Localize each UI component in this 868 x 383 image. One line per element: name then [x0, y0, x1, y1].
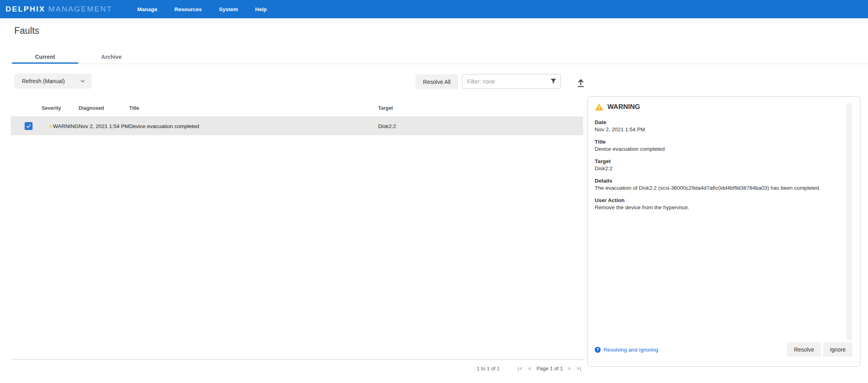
- filter-input[interactable]: [462, 74, 561, 89]
- check-icon: [26, 123, 31, 129]
- logo-secondary: MANAGEMENT: [48, 5, 112, 13]
- pagination-bar: 1 to 1 of 1 |< < Page 1 of 1 > >|: [477, 366, 584, 371]
- panel-field-title: Title Device evacuation completed: [595, 138, 853, 153]
- top-navbar: DELPHIX MANAGEMENT Manage Resources Syst…: [0, 0, 868, 18]
- nav-item-resources[interactable]: Resources: [171, 4, 205, 15]
- panel-field-details: Details The evacuation of Disk2:2 (scsi-…: [595, 177, 853, 192]
- refresh-dropdown[interactable]: Refresh (Manual): [14, 74, 91, 89]
- nav-item-system[interactable]: System: [216, 4, 241, 15]
- resolving-and-ignoring-link[interactable]: ? Resolving and Ignoring: [595, 347, 658, 353]
- row-target-value: Disk2:2: [378, 123, 583, 129]
- field-value: Disk2:2: [595, 165, 853, 172]
- table-bottom-divider: [11, 359, 584, 360]
- fault-detail-panel: WARNING Date Nov 2, 2021 1:54 PM Title D…: [587, 96, 860, 367]
- help-icon: ?: [595, 347, 601, 353]
- tab-bar: Current Archive: [12, 50, 145, 64]
- page-title: Faults: [14, 25, 39, 36]
- row-checkbox[interactable]: [25, 122, 33, 130]
- pagination-page-label: Page 1 of 1: [536, 366, 563, 371]
- delphix-logo[interactable]: DELPHIX MANAGEMENT: [6, 5, 112, 14]
- export-arrow-icon: [576, 78, 586, 88]
- field-label: Details: [595, 177, 853, 185]
- row-diagnosed-value: Nov 2, 2021 1:54 PM: [79, 123, 129, 129]
- nav-item-help[interactable]: Help: [252, 4, 270, 15]
- chevron-down-icon: [79, 78, 86, 84]
- header-cell-severity: Severity: [42, 105, 79, 111]
- ignore-button[interactable]: Ignore: [823, 342, 853, 357]
- refresh-dropdown-label: Refresh (Manual): [22, 78, 65, 84]
- field-value: The evacuation of Disk2:2 (scsi-36000c29…: [595, 185, 853, 192]
- tab-current[interactable]: Current: [12, 50, 78, 64]
- filter-field-wrap: [462, 74, 561, 89]
- warning-icon: [595, 103, 603, 111]
- header-cell-target: Target: [378, 105, 583, 111]
- help-link-label: Resolving and Ignoring: [603, 347, 658, 353]
- next-page-icon[interactable]: >: [565, 366, 574, 371]
- logo-primary: DELPHIX: [6, 5, 45, 13]
- field-label: User Action: [595, 197, 853, 204]
- panel-scrollbar[interactable]: [847, 103, 852, 340]
- row-severity-value: WARNING: [53, 123, 79, 129]
- pagination-range: 1 to 1 of 1: [477, 366, 500, 371]
- field-value: Device evacuation completed: [595, 146, 853, 153]
- resolve-all-button[interactable]: Resolve All: [416, 74, 458, 89]
- panel-field-date: Date Nov 2, 2021 1:54 PM: [595, 119, 853, 133]
- row-checkbox-cell: [11, 122, 42, 130]
- resolve-button[interactable]: Resolve: [787, 342, 821, 357]
- main-nav: Manage Resources System Help: [134, 4, 270, 15]
- panel-field-target: Target Disk2:2: [595, 158, 853, 172]
- header-cell-diagnosed: Diagnosed: [79, 105, 129, 111]
- panel-field-user-action: User Action Remove the device from the h…: [595, 197, 853, 211]
- first-page-icon[interactable]: |<: [515, 366, 526, 371]
- table-row[interactable]: WARNING Nov 2, 2021 1:54 PM Device evacu…: [11, 117, 583, 135]
- table-header-row: Severity Diagnosed Title Target: [11, 99, 583, 117]
- header-cell-title: Title: [129, 105, 378, 111]
- row-severity-cell: WARNING: [42, 123, 79, 129]
- nav-item-manage[interactable]: Manage: [134, 4, 160, 15]
- panel-severity-label: WARNING: [607, 103, 640, 111]
- panel-footer: ? Resolving and Ignoring Resolve Ignore: [595, 342, 853, 357]
- warning-icon: [49, 123, 52, 129]
- last-page-icon[interactable]: >|: [574, 366, 584, 371]
- row-title-value: Device evacuation completed: [129, 123, 378, 129]
- tab-divider: [11, 64, 868, 64]
- faults-table: Severity Diagnosed Title Target WARNING …: [11, 99, 583, 135]
- prev-page-icon[interactable]: <: [526, 366, 535, 371]
- tab-archive[interactable]: Archive: [78, 50, 145, 64]
- panel-action-buttons: Resolve Ignore: [787, 342, 853, 357]
- filter-funnel-icon[interactable]: [550, 78, 557, 85]
- field-label: Title: [595, 138, 853, 146]
- export-button[interactable]: [574, 76, 587, 89]
- field-label: Date: [595, 119, 853, 126]
- field-value: Nov 2, 2021 1:54 PM: [595, 126, 853, 133]
- field-value: Remove the device from the hypervisor.: [595, 204, 853, 211]
- panel-header: WARNING: [595, 103, 853, 111]
- field-label: Target: [595, 158, 853, 165]
